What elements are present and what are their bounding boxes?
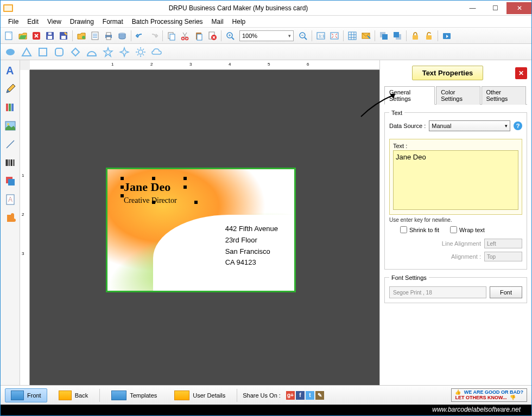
wrap-checkbox[interactable]: Wrap text xyxy=(450,226,485,233)
maximize-button[interactable]: ☐ xyxy=(484,2,506,14)
star4-shape-icon[interactable] xyxy=(118,46,131,59)
help-icon[interactable]: ? xyxy=(514,121,522,130)
card-title-text[interactable]: Creative Director xyxy=(124,196,177,205)
facebook-icon[interactable]: f xyxy=(296,391,305,400)
menu-mail[interactable]: Mail xyxy=(207,17,228,27)
paste-icon[interactable] xyxy=(192,29,205,42)
new-icon[interactable] xyxy=(3,29,16,42)
print-icon[interactable] xyxy=(102,29,115,42)
menu-format[interactable]: Format xyxy=(98,17,128,27)
shrink-checkbox[interactable]: Shrink to fit xyxy=(400,226,439,233)
selection-handle[interactable] xyxy=(121,194,124,197)
document-icon[interactable] xyxy=(88,29,102,42)
puzzle-tool-icon[interactable] xyxy=(3,211,18,225)
tab-other-settings[interactable]: Other Settings xyxy=(482,86,527,105)
open-icon[interactable] xyxy=(16,29,29,42)
close-button[interactable]: ✕ xyxy=(506,2,531,14)
triangle-shape-icon[interactable] xyxy=(20,46,33,59)
barcode-tool-icon[interactable] xyxy=(3,156,18,170)
selection-handle[interactable] xyxy=(152,201,155,204)
save-icon[interactable] xyxy=(43,29,56,42)
export-icon[interactable] xyxy=(440,29,453,42)
menu-drawing[interactable]: Drawing xyxy=(66,17,98,27)
unlock-icon[interactable] xyxy=(422,29,435,42)
tab-color-settings[interactable]: Color Settings xyxy=(436,86,480,105)
remove-icon[interactable] xyxy=(206,29,219,42)
burst-shape-icon[interactable] xyxy=(134,46,147,59)
delete-icon[interactable] xyxy=(30,29,43,42)
library-tool-icon[interactable] xyxy=(3,100,18,114)
selection-handle[interactable] xyxy=(121,177,124,180)
ellipse-shape-icon[interactable] xyxy=(4,46,17,59)
close-panel-button[interactable]: ✕ xyxy=(515,67,527,79)
card-address-text[interactable]: 442 Fifth Avenue 23rd Floor San Francisc… xyxy=(225,223,278,268)
canvas[interactable]: Jane Deo Creative Director 442 Fifth Ave… xyxy=(30,70,379,385)
selection-handle[interactable] xyxy=(183,177,187,180)
copy-icon[interactable] xyxy=(165,29,178,42)
line-tool-icon[interactable] xyxy=(3,137,18,151)
selection-handle[interactable] xyxy=(194,201,198,204)
back-side-button[interactable]: Back xyxy=(53,388,94,402)
svg-text:1:1: 1:1 xyxy=(319,34,325,39)
blog-icon[interactable]: ✎ xyxy=(315,391,324,400)
zoom-in-icon[interactable] xyxy=(224,29,237,42)
data-source-select[interactable]: Manual xyxy=(429,120,510,131)
square-shape-icon[interactable] xyxy=(36,46,49,59)
text-input[interactable]: Jane Deo xyxy=(393,150,518,210)
minimize-button[interactable]: — xyxy=(461,2,484,14)
cut-icon[interactable] xyxy=(179,29,192,42)
send-back-icon[interactable] xyxy=(391,29,404,42)
data-source-label: Data Source : xyxy=(389,123,426,129)
svg-rect-76 xyxy=(8,179,15,185)
star-shape-icon[interactable] xyxy=(102,46,115,59)
user-details-button[interactable]: User Details xyxy=(168,388,231,402)
redo-icon[interactable] xyxy=(147,29,160,42)
saveas-icon[interactable] xyxy=(57,29,70,42)
image-tool-icon[interactable] xyxy=(3,119,18,133)
text-tool-icon[interactable]: A xyxy=(3,63,18,78)
lock-icon[interactable] xyxy=(409,29,422,42)
templates-button[interactable]: Templates xyxy=(105,388,163,402)
menu-file[interactable]: File xyxy=(4,17,23,27)
menu-view[interactable]: View xyxy=(43,17,66,27)
folder-icon[interactable] xyxy=(75,29,88,42)
business-card[interactable]: Jane Deo Creative Director 442 Fifth Ave… xyxy=(106,168,296,292)
diamond-shape-icon[interactable] xyxy=(69,46,82,59)
bring-front-icon[interactable] xyxy=(377,29,390,42)
selection-handle[interactable] xyxy=(121,185,124,189)
zoom-select[interactable]: 100% xyxy=(239,30,294,41)
font-button[interactable]: Font xyxy=(490,286,522,298)
line-alignment-select: Left xyxy=(484,239,522,248)
zoom-out-icon[interactable] xyxy=(296,29,309,42)
cloud-shape-icon[interactable] xyxy=(150,46,163,59)
actual-size-icon[interactable]: 1:1 xyxy=(314,29,327,42)
selection-handle[interactable] xyxy=(183,185,187,189)
layers-tool-icon[interactable] xyxy=(3,174,18,188)
menu-help[interactable]: Help xyxy=(228,17,250,27)
google-plus-icon[interactable]: g+ xyxy=(286,391,295,400)
card-name-text[interactable]: Jane Deo xyxy=(124,180,170,194)
watermark-tool-icon[interactable]: A xyxy=(3,193,18,207)
twitter-icon[interactable]: t xyxy=(306,391,314,400)
footer-url: www.barcodelabelsoftware.net xyxy=(1,405,531,415)
front-side-button[interactable]: Front xyxy=(5,388,47,402)
font-display: Segoe Print , 18 xyxy=(389,286,486,298)
halfmoon-shape-icon[interactable] xyxy=(85,46,98,59)
fit-icon[interactable] xyxy=(328,29,341,42)
undo-icon[interactable] xyxy=(134,29,147,42)
menu-batch[interactable]: Batch Processing Series xyxy=(128,17,207,27)
app-window: DRPU Business Card Maker (My business ca… xyxy=(0,0,532,416)
selection-handle[interactable] xyxy=(152,177,155,180)
tab-general-settings[interactable]: General Settings xyxy=(384,86,435,105)
database-icon[interactable] xyxy=(116,29,129,42)
grid-icon[interactable] xyxy=(346,29,359,42)
svg-rect-19 xyxy=(170,34,175,40)
svg-point-52 xyxy=(138,50,143,54)
svg-text:A: A xyxy=(6,65,14,76)
rounded-shape-icon[interactable] xyxy=(53,46,66,59)
menu-edit[interactable]: Edit xyxy=(23,17,43,27)
mail-icon[interactable] xyxy=(359,29,372,42)
feedback-banner[interactable]: 👍 WE ARE GOOD OR BAD? LET OTHERS KNOW...… xyxy=(451,388,527,402)
pencil-tool-icon[interactable] xyxy=(3,82,18,96)
svg-rect-64 xyxy=(11,104,14,111)
